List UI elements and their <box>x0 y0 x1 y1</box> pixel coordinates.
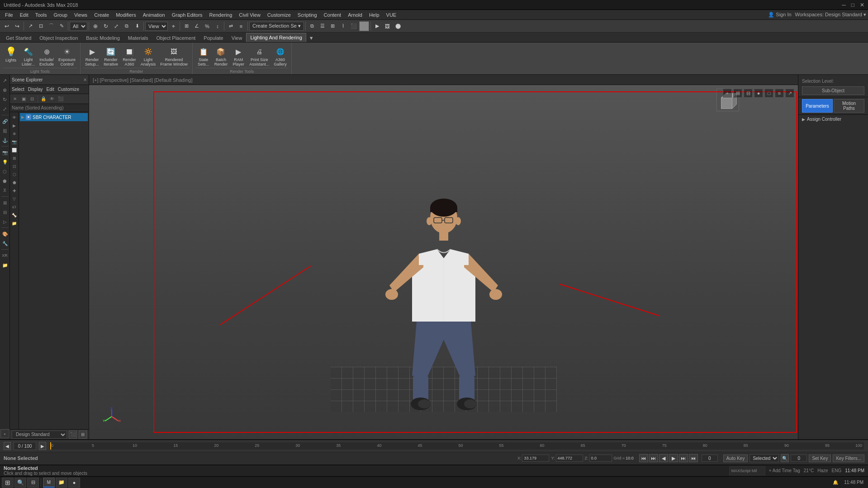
tab-lighting-rendering[interactable]: Lighting And Rendering <box>246 33 306 42</box>
menu-file[interactable]: File <box>2 11 16 19</box>
frame-number-input[interactable] <box>702 455 718 462</box>
se-geo-icon[interactable]: ⬡ <box>11 171 18 178</box>
print-size-assistant-btn[interactable]: 🖨 Print SizeAssistant... <box>247 44 271 68</box>
taskbar-notification-btn[interactable]: 🔔 <box>830 478 840 488</box>
lasso-btn[interactable]: ⌒ <box>46 21 56 31</box>
include-exclude-btn[interactable]: ⊕ Include/Exclude <box>38 44 56 68</box>
scene-explorer-close-icon[interactable]: ✕ <box>83 77 87 82</box>
add-time-tag-btn[interactable]: + Add Time Tag <box>769 468 800 473</box>
percent-snap-btn[interactable]: % <box>202 21 212 31</box>
light-analysis-btn[interactable]: 🔆 LightAnalysis <box>139 44 158 68</box>
se-lock-btn[interactable]: 🔒 <box>39 95 47 103</box>
vp-layout-btn[interactable]: ⊞ <box>733 89 742 98</box>
vp-plus-btn[interactable]: + <box>723 89 732 98</box>
tab-dropdown-btn[interactable]: ▼ <box>306 34 317 42</box>
motion-icon-btn[interactable]: ▷ <box>0 217 9 226</box>
taskbar-3dsmax-btn[interactable]: M <box>43 478 55 488</box>
se-freeze-icon[interactable]: ❄ <box>11 130 18 137</box>
se-sort-btn[interactable]: ⬛ <box>57 95 65 103</box>
select-tool-icon[interactable]: ↗ <box>0 76 9 85</box>
se-vis-btn[interactable]: 👁 <box>48 95 56 103</box>
se-eye-icon[interactable]: 👁 <box>11 114 18 121</box>
coord-z[interactable]: 0.0 <box>589 455 612 462</box>
render-setup-btn[interactable]: ▶ RenderSetup... <box>83 44 101 68</box>
go-start-btn[interactable]: ⏮ <box>639 454 648 462</box>
tab-populate[interactable]: Populate <box>199 33 227 42</box>
menu-civil-view[interactable]: Civil View <box>236 11 263 19</box>
place-btn[interactable]: ⬇ <box>132 21 142 31</box>
scale-tool-icon[interactable]: ⤢ <box>0 104 9 114</box>
shape-icon-btn[interactable]: ⬟ <box>0 176 9 185</box>
coord-y[interactable]: 448.772 <box>556 455 583 462</box>
mini-viewport-btn[interactable]: ▪ <box>0 429 9 438</box>
prop-editor-btn[interactable]: ⊞ <box>328 21 338 31</box>
layer-btn[interactable]: ⧉ <box>307 21 317 31</box>
unlink-tool-icon[interactable]: ⛓ <box>0 126 9 135</box>
se-render-icon[interactable]: ▶ <box>11 122 18 129</box>
render-a360-btn[interactable]: 🔲 RenderA360 <box>121 44 138 68</box>
asset-icon-btn[interactable]: 📁 <box>0 261 9 270</box>
se-workspace-select[interactable]: Design Standard <box>12 431 67 439</box>
menu-customize[interactable]: Customize <box>264 11 294 19</box>
link-tool-icon[interactable]: 🔗 <box>0 117 9 126</box>
paint-select-btn[interactable]: ✎ <box>57 21 66 31</box>
menu-tools[interactable]: Tools <box>32 11 50 19</box>
motion-paths-btn[interactable]: Motion Paths <box>834 99 864 113</box>
tl-back-btn[interactable]: ◀ <box>4 442 11 450</box>
tab-get-started[interactable]: Get Started <box>2 33 35 42</box>
vp-maximize-btn[interactable]: ↗ <box>785 89 794 98</box>
viewport-3d[interactable]: X Y Z + ⊞ ⊟ ● □ ≡ ↗ <box>89 85 798 439</box>
menu-edit[interactable]: Edit <box>17 11 32 19</box>
hierarchy-icon-btn[interactable]: ⊟ <box>0 208 9 217</box>
tab-object-inspection[interactable]: Object Inspection <box>35 33 82 42</box>
se-shape-icon[interactable]: ⬟ <box>11 179 18 186</box>
vp-grid-btn[interactable]: ⊟ <box>744 89 753 98</box>
taskbar-explorer-btn[interactable]: 📁 <box>56 478 67 488</box>
exposure-control-btn[interactable]: ☀ ExposureControl <box>57 44 77 68</box>
pivot-btn[interactable]: ⌖ <box>168 21 178 31</box>
signin-btn[interactable]: 👤 Sign In <box>768 12 791 18</box>
tab-object-placement[interactable]: Object Placement <box>152 33 199 42</box>
tab-basic-modeling[interactable]: Basic Modeling <box>82 33 124 42</box>
create-selection-set-btn[interactable]: Create Selection Se ▾ <box>249 22 304 31</box>
a360-gallery-btn[interactable]: 🌐 A360Gallery <box>272 44 289 68</box>
se-cam-icon[interactable]: 📷 <box>11 138 18 146</box>
coord-x[interactable]: 33.179 <box>522 455 549 462</box>
align-btn[interactable]: ≡ <box>236 21 246 31</box>
lights-btn[interactable]: 💡 Lights <box>3 44 19 63</box>
next-frame-btn[interactable]: ⏭ <box>679 454 688 462</box>
keyfilters-btn[interactable]: Key Filters... <box>833 455 864 462</box>
menu-animation[interactable]: Animation <box>140 11 168 19</box>
paint-icon-btn[interactable]: 🎨 <box>0 229 9 238</box>
win-search-btn[interactable]: 🔍 <box>14 478 26 488</box>
close-btn[interactable]: ✕ <box>860 2 864 8</box>
bind-tool-icon[interactable]: ⚓ <box>0 136 9 145</box>
scale-btn[interactable]: ⤢ <box>111 21 121 31</box>
angle-snap-btn[interactable]: ∠ <box>192 21 202 31</box>
menu-modifiers[interactable]: Modifiers <box>113 11 139 19</box>
parameters-btn[interactable]: Parameters <box>802 99 833 113</box>
se-folder-icon[interactable]: 📁 <box>11 220 18 227</box>
state-sets-btn[interactable]: 📋 StateSets... <box>195 44 212 68</box>
scene-exp-btn[interactable]: ☰ <box>318 21 327 31</box>
select-move-btn[interactable]: ⊕ <box>90 21 100 31</box>
menu-help[interactable]: Help <box>366 11 383 19</box>
select-btn[interactable]: ↗ <box>25 21 35 31</box>
se-menu-select[interactable]: Select <box>12 87 24 92</box>
render-frame-btn[interactable]: 🖼 <box>383 21 393 31</box>
win-start-btn[interactable]: ⊞ <box>2 478 14 488</box>
se-select-all-btn[interactable]: ▣ <box>19 95 28 103</box>
scene-tree-item-sbr[interactable]: ▶ ● SBR CHARACTER <box>20 113 88 121</box>
se-menu-customize[interactable]: Customize <box>58 87 79 92</box>
geometry-icon-btn[interactable]: ⬡ <box>0 167 9 176</box>
se-motion-icon[interactable]: ⊡ <box>11 163 18 170</box>
vp-shade-btn[interactable]: □ <box>764 89 773 98</box>
minimize-btn[interactable]: ─ <box>842 2 846 8</box>
tab-materials[interactable]: Materials <box>124 33 152 42</box>
prev-frame-btn[interactable]: ⏭ <box>649 454 658 462</box>
menu-content[interactable]: Content <box>321 11 345 19</box>
mirror-btn[interactable]: ⇌ <box>226 21 236 31</box>
win-task-view-btn[interactable]: ⊟ <box>27 478 39 488</box>
menu-create[interactable]: Create <box>91 11 112 19</box>
se-box-icon[interactable]: ⬜ <box>11 147 18 154</box>
